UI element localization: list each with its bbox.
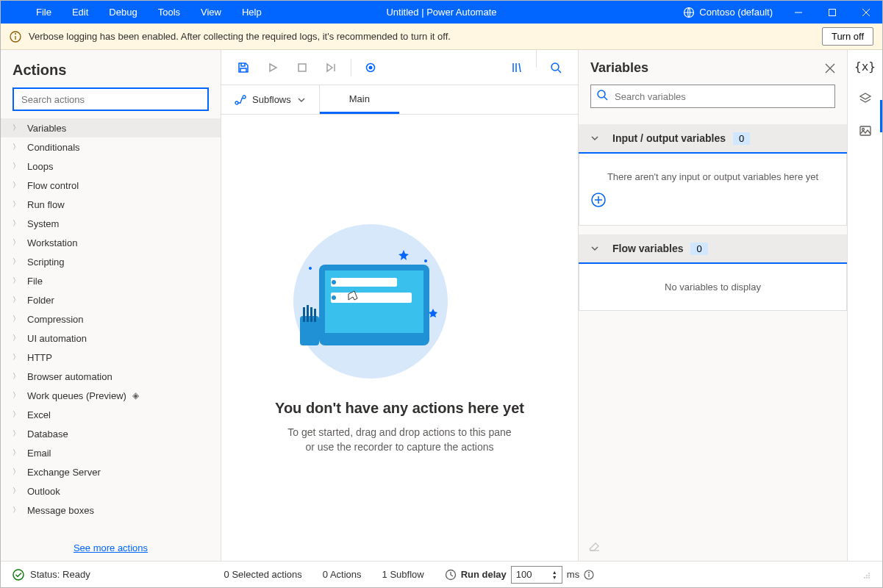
rail-images-button[interactable] <box>848 115 882 147</box>
action-category[interactable]: 〉Folder <box>1 290 221 309</box>
action-category[interactable]: 〉Compression <box>1 309 221 329</box>
chevron-right-icon: 〉 <box>12 180 20 190</box>
action-label: Email <box>27 448 51 459</box>
action-category[interactable]: 〉Conditionals <box>1 137 221 157</box>
action-category[interactable]: 〉File <box>1 271 221 290</box>
action-category[interactable]: 〉Work queues (Preview)◈ <box>1 386 221 405</box>
tab-main[interactable]: Main <box>320 85 399 114</box>
action-category[interactable]: 〉Flow control <box>1 176 221 195</box>
menu-help[interactable]: Help <box>232 2 272 22</box>
actions-count: 0 Actions <box>323 569 362 580</box>
actions-search[interactable] <box>12 87 209 111</box>
action-category[interactable]: 〉Scripting <box>1 252 221 271</box>
svg-point-17 <box>235 101 238 104</box>
action-label: Flow control <box>27 180 79 191</box>
search-button[interactable] <box>541 50 571 85</box>
action-category[interactable]: 〉Variables <box>1 118 221 137</box>
menu-tools[interactable]: Tools <box>148 2 190 22</box>
check-circle-icon <box>12 569 24 581</box>
action-category[interactable]: 〉Excel <box>1 405 221 424</box>
flow-canvas[interactable]: You don't have any actions here yet To g… <box>221 115 578 561</box>
flow-variables-header[interactable]: Flow variables 0 <box>579 234 847 264</box>
svg-rect-23 <box>331 293 412 303</box>
environment-picker[interactable]: Contoso (default) <box>674 2 782 23</box>
svg-rect-22 <box>331 278 397 287</box>
svg-rect-2 <box>829 9 836 15</box>
actions-search-input[interactable] <box>12 87 209 111</box>
action-label: Variables <box>27 123 66 134</box>
clock-icon <box>445 569 457 581</box>
empty-text-1: To get started, drag and drop actions to… <box>275 426 524 440</box>
minimize-button[interactable] <box>782 1 815 24</box>
notification-text: Verbose logging has been enabled. After … <box>29 31 451 42</box>
record-button[interactable] <box>356 50 385 85</box>
add-io-variable-button[interactable] <box>591 193 834 207</box>
eraser-icon <box>587 539 601 552</box>
svg-point-56 <box>868 573 870 574</box>
io-empty-text: There aren't any input or output variabl… <box>591 171 834 182</box>
action-category[interactable]: 〉Email <box>1 443 221 462</box>
svg-point-46 <box>13 570 24 580</box>
resize-grip-icon[interactable] <box>862 570 871 579</box>
notification-bar: Verbose logging has been enabled. After … <box>1 24 882 50</box>
io-variables-header[interactable]: Input / output variables 0 <box>579 124 847 154</box>
action-category[interactable]: 〉Message boxes <box>1 501 221 520</box>
menu-debug[interactable]: Debug <box>99 2 147 22</box>
action-label: Database <box>27 429 68 440</box>
svg-rect-29 <box>307 305 309 322</box>
chevron-right-icon: 〉 <box>12 429 20 439</box>
action-category[interactable]: 〉Loops <box>1 157 221 176</box>
action-category[interactable]: 〉Browser automation <box>1 367 221 386</box>
stop-button[interactable] <box>287 50 317 85</box>
see-more-actions[interactable]: See more actions <box>1 535 221 561</box>
status-text: Status: Ready <box>30 569 90 580</box>
chevron-right-icon: 〉 <box>12 371 20 381</box>
close-button[interactable] <box>849 1 883 24</box>
step-button[interactable] <box>317 50 346 85</box>
maximize-button[interactable] <box>815 1 849 24</box>
action-category[interactable]: 〉System <box>1 214 221 233</box>
run-button[interactable] <box>258 50 287 85</box>
action-category[interactable]: 〉HTTP <box>1 348 221 367</box>
svg-point-51 <box>868 577 870 578</box>
action-category[interactable]: 〉Outlook <box>1 481 221 501</box>
empty-heading: You don't have any actions here yet <box>275 400 524 417</box>
chevron-right-icon: 〉 <box>12 390 20 401</box>
spinner-buttons[interactable]: ▲▼ <box>552 570 557 580</box>
chevron-right-icon: 〉 <box>12 218 20 229</box>
svg-point-18 <box>243 96 246 98</box>
turn-off-button[interactable]: Turn off <box>822 27 873 46</box>
variables-title: Variables <box>590 60 648 76</box>
actions-tree[interactable]: 〉Variables〉Conditionals〉Loops〉Flow contr… <box>1 118 221 535</box>
action-label: Run flow <box>27 199 65 210</box>
subflows-dropdown[interactable]: Subflows <box>221 85 320 114</box>
action-category[interactable]: 〉Workstation <box>1 233 221 252</box>
svg-point-15 <box>551 63 559 71</box>
run-delay-input[interactable]: 100 ▲▼ <box>511 566 562 584</box>
chevron-down-icon <box>590 134 599 143</box>
selected-actions: 0 Selected actions <box>224 569 302 580</box>
action-category[interactable]: 〉UI automation <box>1 329 221 348</box>
info-icon[interactable] <box>584 570 594 580</box>
variables-search[interactable] <box>590 85 835 108</box>
menu-edit[interactable]: Edit <box>62 2 99 22</box>
close-variables-button[interactable] <box>825 63 835 74</box>
library-button[interactable] <box>502 50 532 85</box>
action-category[interactable]: 〉Database <box>1 424 221 443</box>
rail-ui-elements-button[interactable] <box>848 82 882 115</box>
chevron-right-icon: 〉 <box>12 237 20 248</box>
action-category[interactable]: 〉Run flow <box>1 195 221 214</box>
save-button[interactable] <box>229 50 258 85</box>
layers-icon <box>859 92 872 105</box>
menu-file[interactable]: File <box>26 2 62 22</box>
action-label: UI automation <box>27 333 87 344</box>
rail-variables-button[interactable]: {x} <box>848 50 882 82</box>
action-category[interactable]: 〉Exchange Server <box>1 462 221 481</box>
chevron-right-icon: 〉 <box>12 161 20 171</box>
variables-search-input[interactable] <box>590 85 835 108</box>
chevron-down-icon <box>590 244 599 253</box>
right-rail: {x} <box>847 50 882 561</box>
variables-panel: Variables Input / output variables 0 The… <box>578 50 847 561</box>
action-label: Outlook <box>27 486 60 497</box>
menu-view[interactable]: View <box>190 2 232 22</box>
